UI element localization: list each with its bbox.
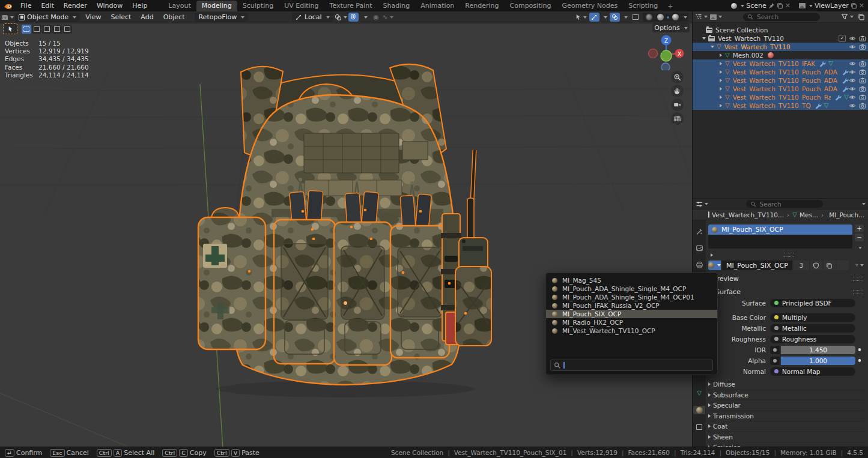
- shading-rendered-button[interactable]: [670, 13, 681, 22]
- render-visibility-icon[interactable]: [859, 102, 866, 109]
- render-visibility-icon[interactable]: [859, 60, 866, 67]
- panel-transmission[interactable]: Transmission: [708, 411, 864, 421]
- outliner-row-pouch-adam4-02[interactable]: ▽ Vest_Wartech_TV110_Pouch_ADAM4_02: [693, 76, 868, 85]
- menu-help[interactable]: Help: [127, 0, 152, 11]
- navigation-gizmo[interactable]: Z X Y: [648, 33, 685, 70]
- popup-search-field[interactable]: [550, 360, 713, 371]
- material-filter-funnel-icon[interactable]: [854, 261, 866, 270]
- breadcrumb-material[interactable]: MI_Pouch...: [829, 211, 864, 218]
- new-material-copy-icon[interactable]: [824, 261, 836, 270]
- tab-geometry-nodes[interactable]: Geometry Nodes: [556, 1, 623, 11]
- outliner-row-ifak[interactable]: ▽ Vest_Wartech_TV110_IFAK ▽: [693, 59, 868, 68]
- panel-specular[interactable]: Specular: [708, 400, 864, 411]
- expander-icon[interactable]: [720, 62, 722, 65]
- outliner-editor-type-button[interactable]: [695, 13, 708, 22]
- new-collection-button[interactable]: [856, 13, 866, 22]
- retopoflow-menu[interactable]: RetopoFlow: [195, 13, 248, 22]
- outliner-row-scene-collection[interactable]: Scene Collection: [693, 26, 868, 34]
- pivot-point-button[interactable]: [335, 13, 347, 22]
- active-tool-button[interactable]: [3, 23, 17, 34]
- tab-scripting[interactable]: Scripting: [623, 1, 663, 11]
- scene-selector[interactable]: Scene ✕: [731, 2, 791, 10]
- alpha-slider[interactable]: 1.000: [781, 357, 855, 365]
- vest-model[interactable]: [198, 64, 491, 385]
- select-intersect-button[interactable]: [62, 25, 72, 34]
- hide-eye-icon[interactable]: [849, 43, 856, 50]
- add-workspace-button[interactable]: +: [663, 1, 677, 11]
- outliner-row-mesh-data[interactable]: ▽ Mesh.002: [693, 51, 868, 59]
- render-visibility-icon[interactable]: [859, 35, 866, 42]
- shading-solid-button[interactable]: [655, 13, 666, 22]
- outliner-row-tq[interactable]: ▽ Vest_Wartech_TV110_TQ ▽: [693, 101, 868, 110]
- expander-icon[interactable]: [711, 46, 714, 48]
- base-color-field[interactable]: Multiply: [770, 313, 855, 322]
- render-visibility-icon[interactable]: [859, 77, 866, 84]
- outliner-display-mode-button[interactable]: [710, 13, 722, 22]
- properties-editor-type-button[interactable]: [696, 199, 708, 208]
- show-gizmo-button[interactable]: [589, 13, 599, 22]
- popup-item[interactable]: MI_Pouch_ADA_Shingle_Single_M4_OCP01: [546, 293, 717, 301]
- outliner-row-pouch-adam4-03[interactable]: ▽ Vest_Wartech_TV110_Pouch_ADAM4_03: [693, 85, 868, 93]
- surface-shader-field[interactable]: Principled BSDF: [770, 299, 855, 307]
- metallic-field[interactable]: Metallic: [770, 324, 855, 333]
- menu-select[interactable]: Select: [106, 13, 135, 21]
- slot-specials-button[interactable]: [855, 244, 864, 252]
- menu-file[interactable]: File: [16, 0, 36, 11]
- close-scene-icon[interactable]: ✕: [785, 2, 791, 10]
- tab-modeling[interactable]: Modeling: [196, 1, 237, 11]
- breadcrumb-mesh[interactable]: Mes...: [800, 211, 818, 218]
- blender-logo-icon[interactable]: [4, 2, 13, 10]
- mode-selector[interactable]: Object Mode: [15, 13, 80, 22]
- add-slot-button[interactable]: +: [855, 224, 864, 232]
- menu-render[interactable]: Render: [59, 0, 92, 11]
- gizmo-y-axis[interactable]: Y: [660, 48, 664, 54]
- tab-rendering[interactable]: Rendering: [460, 1, 504, 11]
- hide-eye-icon[interactable]: [849, 68, 856, 76]
- popup-item-highlighted[interactable]: MI_Pouch_SIX_OCP: [546, 310, 717, 318]
- expander-icon[interactable]: [720, 87, 722, 91]
- show-overlays-button[interactable]: [610, 13, 620, 22]
- viewport-canvas[interactable]: [0, 11, 692, 447]
- menu-edit[interactable]: Edit: [36, 0, 58, 11]
- properties-search-input[interactable]: [759, 200, 819, 208]
- tab-compositing[interactable]: Compositing: [505, 1, 557, 11]
- panel-coat[interactable]: Coat: [708, 421, 864, 432]
- gizmo-x-axis[interactable]: X: [678, 51, 681, 57]
- breadcrumb-object[interactable]: Vest_Wartech_TV110...: [712, 211, 784, 218]
- selectability-dropdown[interactable]: [575, 13, 587, 22]
- ior-slider[interactable]: 1.450: [781, 346, 855, 354]
- expander-icon[interactable]: [720, 79, 722, 82]
- tab-layout[interactable]: Layout: [163, 1, 196, 11]
- menu-window[interactable]: Window: [92, 0, 127, 11]
- expander-icon[interactable]: [720, 70, 722, 74]
- preview-panel-header[interactable]: Preview: [708, 274, 864, 283]
- tab-texture[interactable]: [695, 423, 703, 431]
- popup-item[interactable]: MI_Vest_Wartech_TV110_OCP: [546, 327, 717, 335]
- expander-icon[interactable]: [720, 95, 722, 99]
- popup-item[interactable]: MI_Radio_HX2_OCP: [546, 318, 717, 327]
- tab-shading[interactable]: Shading: [378, 1, 416, 11]
- unlink-material-icon[interactable]: [837, 261, 849, 270]
- remove-slot-button[interactable]: −: [855, 234, 864, 241]
- popup-item[interactable]: MI_Pouch_IFAK_Russia_V2_OCP: [546, 301, 717, 310]
- outliner-row-vest-object[interactable]: ▽ Vest_Wartech_TV110: [693, 43, 868, 51]
- tab-animation[interactable]: Animation: [415, 1, 460, 11]
- proportional-editing-button[interactable]: ◉: [371, 13, 381, 22]
- panel-subsurface[interactable]: Subsurface: [708, 390, 864, 400]
- fake-user-shield-icon[interactable]: [810, 261, 822, 270]
- perspective-toggle-icon[interactable]: [671, 112, 684, 125]
- expander-icon[interactable]: [720, 104, 722, 107]
- hide-eye-icon[interactable]: [849, 85, 856, 92]
- hide-eye-icon[interactable]: [849, 35, 856, 42]
- material-users-button[interactable]: 3: [794, 261, 809, 270]
- pin-icon[interactable]: [768, 2, 775, 9]
- mag-pouch-1[interactable]: [274, 220, 335, 364]
- surface-panel-header[interactable]: Surface: [708, 288, 864, 297]
- tab-render[interactable]: [695, 244, 703, 252]
- material-name-field[interactable]: MI_Pouch_SIX_OCP: [722, 261, 792, 270]
- pan-hand-icon[interactable]: [671, 85, 684, 97]
- hide-eye-icon[interactable]: [849, 77, 856, 84]
- material-slot-list[interactable]: MI_Pouch_SIX_OCP: [708, 224, 852, 249]
- viewlayer-selector[interactable]: ViewLayer ✕: [799, 2, 864, 10]
- hide-eye-icon[interactable]: [849, 60, 856, 67]
